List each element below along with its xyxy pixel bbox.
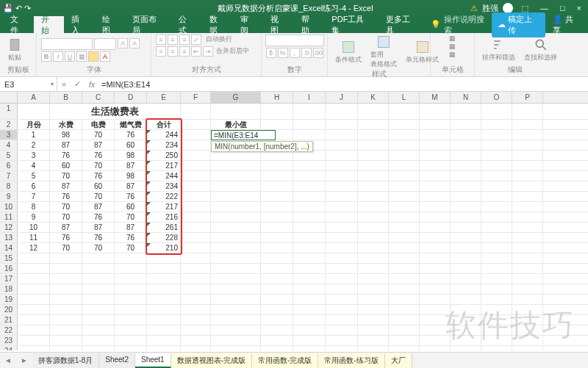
cell[interactable] [18,336,50,345]
cell[interactable] [211,264,261,273]
cell[interactable] [451,212,481,222]
cell[interactable] [261,315,293,325]
shrink-font-icon[interactable]: A [129,38,140,48]
cell[interactable] [261,171,293,181]
cell[interactable] [293,120,326,129]
cell[interactable] [389,243,420,253]
cell[interactable] [211,202,261,212]
cell-total[interactable]: 234 [147,140,181,150]
cell[interactable] [211,192,261,201]
cell[interactable] [512,315,543,325]
cell[interactable] [481,243,512,253]
cell[interactable] [481,130,512,140]
cell-water[interactable]: 70 [50,171,82,181]
cell[interactable] [389,104,420,119]
tab-formula[interactable]: 公式 [171,16,202,33]
cell[interactable] [389,346,420,350]
cell[interactable] [358,130,389,140]
cell[interactable] [420,243,451,253]
tab-review[interactable]: 审阅 [233,16,264,33]
cell[interactable] [451,253,481,263]
cell[interactable] [512,181,543,191]
cell-water[interactable]: 87 [50,181,82,191]
cell[interactable] [50,346,82,350]
cell-gas[interactable]: 76 [115,233,147,242]
cell-total[interactable]: 234 [147,181,181,191]
cell[interactable] [211,233,261,242]
cell[interactable] [389,192,420,201]
cell[interactable] [451,171,481,181]
cell-total[interactable]: 244 [147,130,181,140]
cell-gas[interactable]: 98 [115,171,147,181]
cell[interactable] [293,264,326,273]
cell[interactable] [358,161,389,170]
row-header[interactable]: 1 [0,104,18,119]
cell[interactable] [261,325,293,335]
cell[interactable] [481,223,512,232]
row-header[interactable]: 10 [0,202,18,212]
col-header-K[interactable]: K [358,92,389,103]
border-icon[interactable]: ▦ [76,51,87,62]
ribbon-options-icon[interactable]: ⬚ [517,4,532,13]
cell[interactable] [420,264,451,273]
cell-water[interactable]: 70 [50,202,82,212]
cell[interactable] [147,315,181,325]
cell-month[interactable]: 6 [18,181,50,191]
cell[interactable] [261,295,293,304]
cell[interactable] [512,130,543,140]
cell[interactable] [181,212,211,222]
sheet-tab[interactable]: 常用函数-完成版 [252,353,318,368]
formula-input[interactable]: =MIN(E3:E14 [100,80,588,89]
cell[interactable] [481,151,512,160]
cell[interactable] [147,284,181,294]
sheet-nav-prev[interactable]: ◄ [0,356,16,364]
cell[interactable] [211,104,261,119]
cell[interactable] [326,274,358,284]
cell[interactable] [82,253,115,263]
row-header[interactable]: 21 [0,315,18,325]
cell[interactable] [261,192,293,201]
currency-icon[interactable]: $ [266,48,276,58]
cell[interactable] [451,130,481,140]
cell[interactable] [481,212,512,222]
cell-elec[interactable]: 87 [82,140,115,150]
cell[interactable] [211,346,261,350]
cell[interactable] [147,346,181,350]
cell[interactable] [451,295,481,304]
cell[interactable] [451,274,481,284]
row-header[interactable]: 9 [0,192,18,201]
cell[interactable] [50,315,82,325]
cell-gas[interactable]: 70 [115,212,147,222]
cell[interactable] [211,325,261,335]
cell-total[interactable]: 228 [147,233,181,242]
delete-cells[interactable]: ▦ [449,43,456,50]
tab-draw[interactable]: 绘图 [95,16,126,33]
cell[interactable] [326,104,358,119]
cell[interactable] [293,212,326,222]
cell[interactable] [389,223,420,232]
cell[interactable] [261,212,293,222]
cell[interactable] [358,346,389,350]
avatar[interactable] [503,3,513,13]
cell[interactable] [181,315,211,325]
cell[interactable] [147,253,181,263]
cell[interactable] [512,325,543,335]
cell[interactable] [481,346,512,350]
font-color-icon[interactable]: A [100,51,110,62]
cell[interactable] [18,274,50,284]
cell[interactable] [358,202,389,212]
worksheet[interactable]: ABCDEFGHIJKLMNOP 1生活缴费表2月份水费电费燃气费合计最小值31… [0,92,588,350]
cell[interactable] [451,223,481,232]
cell-water[interactable]: 76 [50,192,82,201]
cell[interactable] [481,181,512,191]
paste-button[interactable]: 粘贴 [4,37,25,62]
row-header[interactable]: 17 [0,274,18,284]
cell[interactable] [389,140,420,150]
cell[interactable] [389,181,420,191]
cell[interactable] [211,284,261,294]
cell[interactable] [358,192,389,201]
cell[interactable] [115,346,147,350]
row-header[interactable]: 23 [0,336,18,345]
cell[interactable] [481,315,512,325]
cell[interactable] [293,104,326,119]
